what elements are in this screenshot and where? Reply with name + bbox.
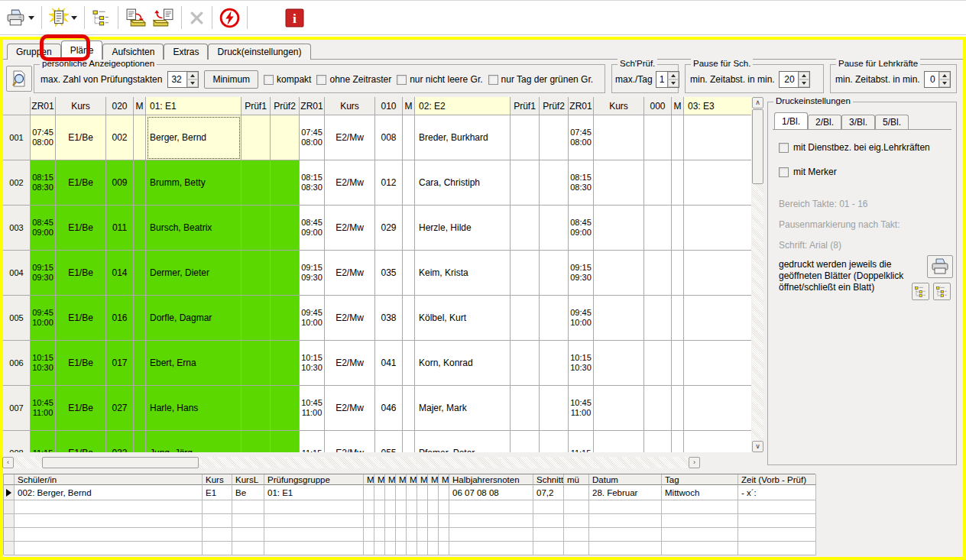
grid-cell-kurs[interactable]: E1/Be [56, 251, 106, 296]
grid-cell-pruef1[interactable] [511, 431, 540, 452]
grid-cell-pruef1[interactable] [242, 296, 271, 341]
grid-cell-nr[interactable] [644, 206, 672, 251]
grid-cell-student-name[interactable]: Bursch, Beatrix [146, 206, 242, 251]
dropdown-arrow-icon[interactable] [28, 16, 34, 20]
sheet-tab-2[interactable]: 2/Bl. [808, 115, 841, 129]
sheet-tab-1[interactable]: 1/Bl. [774, 112, 808, 129]
grid-cell-kurs[interactable]: E2/Mw [325, 296, 375, 341]
max-takte-value[interactable]: 32 [168, 72, 186, 87]
detail-cell[interactable] [662, 500, 738, 514]
zoom-preview-button[interactable] [6, 66, 32, 92]
detail-cell[interactable] [385, 528, 396, 542]
tab-aufsichten[interactable]: Aufsichten [102, 44, 164, 60]
detail-cell[interactable] [203, 500, 232, 514]
detail-cell[interactable] [15, 528, 203, 542]
grid-cell-nr[interactable] [644, 160, 672, 206]
grid-cell-kurs[interactable] [594, 206, 644, 251]
detail-cell[interactable] [364, 500, 374, 514]
grid-cell-student-name[interactable] [684, 160, 751, 206]
grid-cell-nr[interactable]: 012 [375, 160, 403, 206]
grid-cell-nr[interactable]: 029 [375, 206, 403, 251]
grid-cell-marker[interactable] [403, 206, 415, 251]
detail-cell[interactable] [264, 514, 364, 528]
grid-cell-marker[interactable] [403, 341, 415, 386]
checkbox-nur-nicht-leere[interactable] [397, 75, 407, 85]
grid-cell-kurs[interactable] [594, 115, 644, 160]
grid-cell-pruef1[interactable] [242, 431, 271, 452]
grid-cell-time[interactable]: 10:4511:00 [300, 386, 325, 431]
grid-cell-nr[interactable]: 011 [106, 206, 134, 251]
grid-cell-time[interactable]: 11:15 [300, 431, 325, 452]
stepper-down-icon[interactable] [939, 79, 950, 87]
stepper-up-icon[interactable] [939, 72, 950, 79]
grid-cell-pruef1[interactable] [242, 251, 271, 296]
detail-cell[interactable] [407, 500, 417, 514]
detail-cell[interactable] [374, 500, 385, 514]
export-button[interactable] [123, 4, 150, 31]
detail-cell[interactable]: 28. Februar [589, 485, 662, 500]
print-button[interactable] [3, 4, 37, 31]
grid-cell-marker[interactable] [134, 341, 146, 386]
grid-cell-student-name[interactable] [684, 296, 751, 341]
grid-cell-marker[interactable] [672, 341, 684, 386]
grid-cell-kurs[interactable]: E2/Mw [325, 160, 375, 206]
grid-cell-time[interactable]: 08:1508:30 [31, 160, 56, 206]
grid-cell-time[interactable]: 09:1509:30 [569, 251, 594, 296]
grid-cell-student-name[interactable] [684, 431, 751, 452]
grid-cell-time[interactable]: 08:4509:00 [300, 206, 325, 251]
grid-cell-kurs[interactable]: E2/Mw [325, 251, 375, 296]
detail-cell[interactable] [396, 542, 407, 555]
tab-gruppen[interactable]: Gruppen [7, 44, 61, 60]
detail-cell[interactable] [533, 528, 564, 542]
stepper-down-icon[interactable] [668, 79, 679, 87]
import-button[interactable] [150, 4, 177, 31]
grid-cell-nr[interactable] [644, 115, 672, 160]
grid-cell-time[interactable]: 07:4508:00 [569, 115, 594, 160]
grid-cell-pruef1[interactable] [511, 160, 540, 206]
detail-cell[interactable]: 07,2 [533, 485, 564, 500]
detail-cell[interactable] [439, 542, 449, 555]
grid-vertical-scrollbar[interactable]: ∧ ∨ [752, 97, 763, 452]
grid-cell-kurs[interactable] [594, 431, 644, 452]
grid-cell-pruef2[interactable] [271, 160, 300, 206]
detail-cell[interactable] [364, 542, 374, 555]
grid-cell-time[interactable]: 08:1508:30 [569, 160, 594, 206]
detail-cell[interactable] [589, 542, 662, 555]
detail-cell[interactable] [449, 514, 533, 528]
grid-horizontal-scrollbar[interactable]: ‹ › [2, 457, 700, 468]
grid-cell-student-name[interactable]: Dorfle, Dagmar [146, 296, 242, 341]
detail-cell[interactable] [738, 514, 816, 528]
grid-cell-pruef2[interactable] [271, 431, 300, 452]
grid-cell-time[interactable]: 10:1510:30 [569, 341, 594, 386]
detail-cell[interactable]: 01: E1 [264, 485, 364, 500]
grid-cell-time[interactable]: 10:4511:00 [569, 386, 594, 431]
grid-cell-time[interactable]: 10:4511:00 [31, 386, 56, 431]
detail-cell[interactable] [428, 500, 439, 514]
grid-cell-pruef2[interactable] [540, 296, 569, 341]
grid-cell-student-name[interactable]: Breder, Burkhard [415, 115, 511, 160]
detail-cell[interactable] [385, 500, 396, 514]
detail-cell[interactable]: - x´: [738, 485, 816, 500]
grid-cell-time[interactable]: 07:4508:00 [31, 115, 56, 160]
detail-cell[interactable] [439, 514, 449, 528]
print-sheets-button[interactable] [927, 255, 953, 278]
checkbox-dienstbez[interactable] [779, 143, 789, 153]
grid-cell-pruef1[interactable] [511, 341, 540, 386]
detail-cell[interactable] [589, 528, 662, 542]
tab-pläne[interactable]: Pläne [61, 40, 103, 60]
detail-cell[interactable] [589, 500, 662, 514]
tab-druck-einstellungen-[interactable]: Druck(einstellungen) [208, 44, 310, 60]
close-all-sheets-button[interactable] [933, 283, 951, 300]
detail-cell[interactable] [407, 514, 417, 528]
grid-cell-student-name[interactable]: Ebert, Erna [146, 341, 242, 386]
detail-cell[interactable] [449, 528, 533, 542]
grid-cell-kurs[interactable]: E2/Mw [325, 386, 375, 431]
detail-cell[interactable] [428, 514, 439, 528]
detail-cell[interactable] [396, 528, 407, 542]
grid-cell-time[interactable]: 08:4509:00 [569, 206, 594, 251]
detail-cell[interactable] [374, 542, 385, 555]
grid-cell-time[interactable]: 09:4510:00 [31, 296, 56, 341]
grid-cell-nr[interactable]: 008 [375, 115, 403, 160]
info-button[interactable]: i [283, 4, 306, 31]
grid-cell-pruef2[interactable] [540, 386, 569, 431]
